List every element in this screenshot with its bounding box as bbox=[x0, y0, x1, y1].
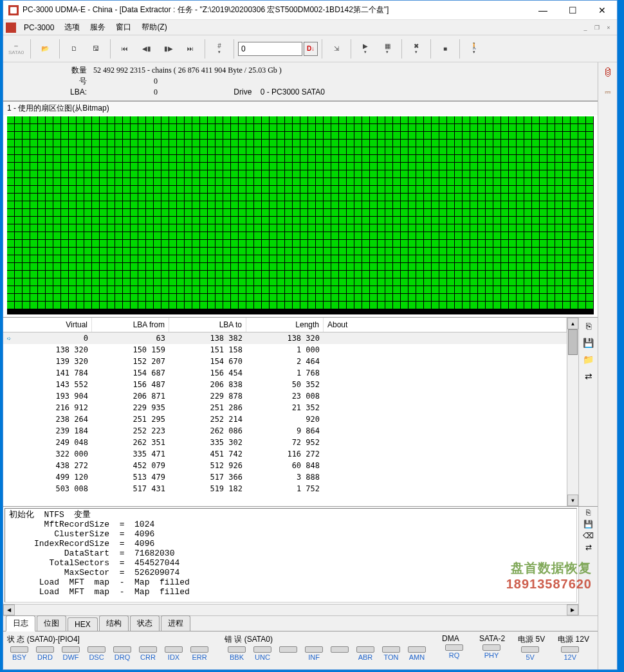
led-DRD: DRD bbox=[33, 646, 57, 661]
lba-input[interactable] bbox=[238, 42, 302, 56]
table-row[interactable]: 239 184252 223262 0869 864 bbox=[3, 425, 567, 437]
th-lbato[interactable]: LBA to bbox=[169, 318, 246, 332]
table-row[interactable]: 143 552156 487206 83850 352 bbox=[3, 379, 567, 390]
tab-2[interactable]: HEX bbox=[68, 617, 98, 631]
table-row[interactable]: 438 272452 079512 92660 848 bbox=[3, 460, 567, 471]
tab-1[interactable]: 位图 bbox=[37, 615, 66, 631]
status-12v: 电源 12V12V bbox=[558, 634, 589, 661]
open-task-button[interactable]: 📂 bbox=[35, 37, 55, 60]
minimize-button[interactable]: — bbox=[528, 1, 558, 20]
status-bar: 状 态 (SATA0)-[PIO4]BSYDRDDWFDSCDRQCRRIDXE… bbox=[3, 631, 598, 669]
scroll-thumb[interactable] bbox=[568, 329, 578, 355]
table-body[interactable]: ➪063138 382138 320138 320150 159151 1581… bbox=[3, 332, 567, 506]
table-scrollbar[interactable]: ▲ ▼ bbox=[567, 318, 578, 506]
save-floppy-button[interactable]: 💾 bbox=[582, 336, 596, 350]
first-icon: ⏮ bbox=[122, 45, 128, 52]
scroll-up-icon[interactable]: ▲ bbox=[567, 318, 578, 329]
bitmap-grid[interactable] bbox=[7, 116, 594, 314]
table-row[interactable]: 238 264251 295252 214920 bbox=[3, 413, 567, 425]
led-AMN: AMN bbox=[405, 646, 429, 661]
tab-0[interactable]: 日志 bbox=[6, 615, 35, 631]
mdi-restore-button[interactable]: ❐ bbox=[592, 23, 602, 33]
log-clear-button[interactable]: ⌫ bbox=[583, 531, 594, 540]
nav-prev-button[interactable]: ◀▮ bbox=[136, 37, 157, 60]
save-icon: 🖫 bbox=[93, 45, 99, 52]
table-row[interactable]: 249 048262 351335 30272 952 bbox=[3, 437, 567, 448]
goto-button[interactable]: #▾ bbox=[209, 37, 230, 60]
hash-icon: # bbox=[217, 42, 221, 50]
table-row[interactable]: 138 320150 159151 1581 000 bbox=[3, 344, 567, 356]
scroll-down-icon[interactable]: ▼ bbox=[567, 495, 578, 506]
table-row[interactable]: 322 000335 471451 742116 272 bbox=[3, 448, 567, 460]
table-row[interactable]: 503 008517 431519 1821 752 bbox=[3, 483, 567, 495]
database-icon[interactable]: 🛢 bbox=[600, 65, 616, 80]
led-INF: INF bbox=[302, 646, 326, 661]
open-folder-button[interactable]: 📁 bbox=[582, 352, 596, 367]
menu-service[interactable]: 服务 bbox=[85, 20, 111, 35]
led-DSC: DSC bbox=[84, 646, 109, 661]
menubar: PC-3000 选项 服务 窗口 帮助(Z) _ ❐ × bbox=[3, 20, 617, 35]
save-map-button[interactable]: 🖫 bbox=[86, 37, 106, 60]
tab-3[interactable]: 结构 bbox=[99, 615, 129, 631]
led-BSY: BSY bbox=[7, 646, 32, 661]
table-row[interactable]: 141 784154 687156 4541 768 bbox=[3, 367, 567, 379]
stop-button[interactable]: ■ bbox=[435, 37, 455, 60]
grid-icon: ▦ bbox=[385, 42, 390, 50]
th-virtual[interactable]: Virtual bbox=[15, 318, 92, 332]
transfer-button[interactable]: ⇄ bbox=[582, 369, 596, 383]
close-button[interactable]: ✕ bbox=[587, 1, 617, 20]
th-length[interactable]: Length bbox=[246, 318, 324, 332]
menu-options[interactable]: 选项 bbox=[59, 20, 85, 35]
log-section: 初始化 NTFS 变量 MftRecordSize = 1024 Cluster… bbox=[3, 506, 598, 615]
table-header: Virtual LBA from LBA to Length About bbox=[3, 318, 567, 332]
stop-icon: ■ bbox=[443, 45, 447, 52]
table-row[interactable]: 193 904206 871229 87823 008 bbox=[3, 390, 567, 402]
table-row[interactable]: 139 320152 207154 6702 464 bbox=[3, 356, 567, 367]
nav-last-button[interactable]: ⏭ bbox=[180, 37, 201, 60]
menu-window[interactable]: 窗口 bbox=[111, 20, 136, 35]
sata-port-button[interactable]: ⎓SATA0 bbox=[6, 37, 26, 60]
menu-app[interactable]: PC-3000 bbox=[19, 21, 59, 34]
lba-value: 0 bbox=[93, 87, 158, 98]
export-button[interactable]: ⇲ bbox=[326, 37, 347, 60]
log-save-button[interactable]: 💾 bbox=[583, 520, 593, 529]
tab-5[interactable]: 进程 bbox=[161, 615, 190, 631]
th-about[interactable]: About bbox=[324, 318, 567, 332]
num-label: 号 bbox=[55, 76, 87, 87]
table-row[interactable]: 216 912229 935251 28621 352 bbox=[3, 402, 567, 413]
nav-first-button[interactable]: ⏮ bbox=[115, 37, 135, 60]
grid-button[interactable]: ▦▾ bbox=[377, 37, 398, 60]
tab-4[interactable]: 状态 bbox=[130, 615, 160, 631]
toolbar: ⎓SATA0 📂 🗋 🖫 ⏮ ◀▮ ▮▶ ⏭ #▾ D↓ ⇲ ▶▾ ▦▾ ✖▾ … bbox=[3, 35, 617, 62]
next-icon: ▮▶ bbox=[164, 45, 173, 52]
go-lba-button[interactable]: D↓ bbox=[304, 42, 318, 56]
scroll-left-icon[interactable]: ◀ bbox=[3, 604, 15, 615]
folder-open-icon: 📂 bbox=[41, 45, 49, 52]
info-panel: 数量52 492 992 2315 - chains ( 26 876 411 … bbox=[3, 62, 598, 101]
th-lbafrom[interactable]: LBA from bbox=[92, 318, 169, 332]
led-blank bbox=[327, 646, 352, 661]
mdi-close-button[interactable]: × bbox=[603, 23, 614, 33]
play-button[interactable]: ▶▾ bbox=[355, 37, 376, 60]
copy-out-button[interactable]: ⎘ bbox=[582, 319, 596, 333]
exit-button[interactable]: 🚶▾ bbox=[464, 37, 484, 60]
scroll-right-icon[interactable]: ▶ bbox=[567, 604, 578, 615]
log-text[interactable]: 初始化 NTFS 变量 MftRecordSize = 1024 Cluster… bbox=[5, 508, 577, 603]
table-row[interactable]: 499 120513 479517 3663 888 bbox=[3, 471, 567, 483]
log-copy-button[interactable]: ⎘ bbox=[586, 508, 591, 517]
nav-next-button[interactable]: ▮▶ bbox=[158, 37, 179, 60]
maximize-button[interactable]: ☐ bbox=[558, 1, 587, 20]
led-blank bbox=[276, 646, 300, 661]
num-value: 0 bbox=[93, 76, 158, 87]
led-DWF: DWF bbox=[59, 646, 83, 661]
menu-help[interactable]: 帮助(Z) bbox=[136, 20, 172, 35]
log-transfer-button[interactable]: ⇄ bbox=[585, 543, 592, 552]
tools-button[interactable]: ✖▾ bbox=[406, 37, 427, 60]
log-h-scrollbar[interactable]: ◀ ▶ bbox=[3, 604, 578, 615]
document-icon: 🗋 bbox=[71, 45, 77, 52]
mdi-minimize-button[interactable]: _ bbox=[580, 23, 591, 33]
table-row[interactable]: ➪063138 382138 320 bbox=[3, 332, 567, 344]
connector-icon[interactable]: ⎓ bbox=[600, 84, 616, 100]
led-RQ: RQ bbox=[442, 644, 466, 659]
new-map-button[interactable]: 🗋 bbox=[64, 37, 84, 60]
